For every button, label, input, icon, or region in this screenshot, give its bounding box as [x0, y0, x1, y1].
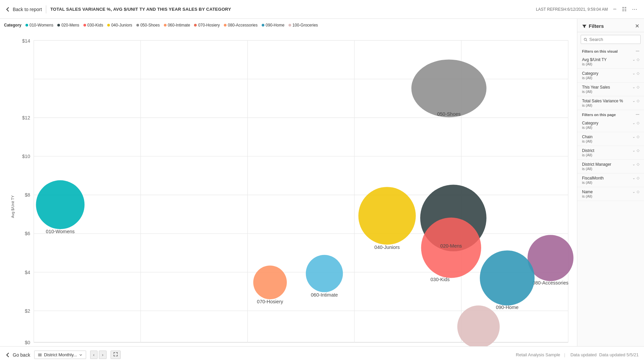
page-section-more[interactable]: ⋯: [636, 113, 639, 117]
bubble-home[interactable]: [480, 250, 534, 305]
more-options-icon[interactable]: ⋯: [631, 5, 639, 14]
legend-label-hosiery: 070-Hosiery: [198, 23, 220, 28]
hamburger-icon: [38, 353, 42, 357]
legend-label-intimate: 060-Intimate: [168, 23, 190, 28]
filter-tsv-clear-icon[interactable]: ◇: [637, 99, 639, 103]
expand-icon: [114, 352, 118, 356]
filter-name-clear-icon[interactable]: ◇: [637, 190, 639, 194]
legend-dot-accessories: [224, 24, 227, 27]
legend-dot-kids: [83, 24, 86, 27]
bubble-shoes[interactable]: [411, 59, 487, 117]
legend-dot-shoes: [136, 24, 139, 27]
filter-district-manager[interactable]: District Manager is (All) ⌄ ◇: [577, 160, 644, 173]
filters-title: Filters: [582, 23, 604, 29]
filters-search-input[interactable]: [589, 37, 638, 42]
filter-avg-unit[interactable]: Avg $/Unit TY is (All) ⌄ ◇: [577, 55, 644, 69]
filter-district-expand-icon[interactable]: ⌄: [632, 148, 635, 153]
filter-dm-clear-icon[interactable]: ◇: [637, 162, 639, 166]
filter-avg-expand-icon[interactable]: ⌄: [632, 57, 635, 62]
legend-item-accessories: 080-Accessories: [224, 23, 258, 28]
chart-legend: Category 010-Womens 020-Mens 030-Kids 04…: [0, 21, 577, 29]
filters-visual-section-label: Filters on this visual ⋯: [577, 47, 644, 55]
chart-area: Category 010-Womens 020-Mens 030-Kids 04…: [0, 19, 577, 346]
go-back-button[interactable]: Go back: [5, 352, 30, 358]
filter-chain-clear-icon[interactable]: ◇: [637, 135, 639, 139]
bubble-label-womens: 010-Womens: [46, 229, 75, 234]
filter-fm-clear-icon[interactable]: ◇: [637, 176, 639, 180]
bubble-juniors[interactable]: [359, 187, 416, 245]
filter-fiscal-month[interactable]: FiscalMonth is (All) ⌄ ◇: [577, 173, 644, 187]
bubble-label-intimate: 060-Intimate: [311, 292, 338, 298]
main-content: Category 010-Womens 020-Mens 030-Kids 04…: [0, 19, 644, 346]
filters-search-box[interactable]: [581, 35, 641, 44]
filter-chain-expand-icon[interactable]: ⌄: [632, 135, 635, 139]
filter-tsv-expand-icon[interactable]: ⌄: [632, 99, 635, 103]
filter-avg-clear-icon[interactable]: ◇: [637, 57, 639, 62]
copy-icon[interactable]: ⎓: [612, 5, 618, 14]
back-to-report-link[interactable]: Back to report: [5, 7, 42, 12]
legend-item-kids: 030-Kids: [83, 23, 103, 28]
legend-item-shoes: 050-Shoes: [136, 23, 160, 28]
legend-item-hosiery: 070-Hosiery: [194, 23, 220, 28]
filter-total-sales-variance[interactable]: Total Sales Variance % is (All) ⌄ ◇: [577, 96, 644, 110]
filter-panel-icon: [582, 24, 587, 29]
filter-tys-expand-icon[interactable]: ⌄: [632, 85, 635, 89]
expand-button[interactable]: [111, 351, 121, 359]
bubble-label-mens: 020-Mens: [440, 243, 462, 249]
bubble-label-juniors: 040-Juniors: [374, 245, 400, 250]
footer-left: Go back District Monthly... ‹ ›: [5, 351, 121, 359]
filters-header: Filters ✕: [577, 19, 644, 32]
chart-title: TOTAL SALES VARIANCE %, AVG $/UNIT TY AN…: [50, 7, 231, 12]
filter-pcat-expand-icon[interactable]: ⌄: [632, 121, 635, 125]
filter-name-expand-icon[interactable]: ⌄: [632, 190, 635, 194]
legend-item-groceries: 100-Groceries: [288, 23, 318, 28]
legend-category-label: Category: [4, 23, 21, 28]
filter-name[interactable]: Name is (All) ⌄ ◇: [577, 187, 644, 201]
nav-prev-button[interactable]: ‹: [90, 351, 98, 359]
search-icon: [584, 38, 587, 42]
dropdown-icon: [79, 353, 82, 357]
svg-text:$8: $8: [25, 192, 30, 198]
filter-icon[interactable]: ☷: [621, 5, 628, 14]
svg-rect-30: [38, 354, 42, 354]
filter-category[interactable]: Category is (All) ⌄ ◇: [577, 69, 644, 83]
filters-close-button[interactable]: ✕: [635, 23, 639, 29]
nav-next-button[interactable]: ›: [99, 351, 106, 359]
footer: Go back District Monthly... ‹ › Retail A…: [0, 346, 644, 363]
visual-section-more[interactable]: ⋯: [636, 49, 639, 54]
header-left: Back to report TOTAL SALES VARIANCE %, A…: [5, 5, 231, 13]
filter-this-year-sales[interactable]: This Year Sales is (All) ⌄ ◇: [577, 83, 644, 96]
filter-district[interactable]: District is (All) ⌄ ◇: [577, 146, 644, 160]
footer-nav: ‹ ›: [90, 351, 107, 359]
bubble-label-hosiery: 070-Hosiery: [257, 299, 283, 304]
legend-label-mens: 020-Mens: [61, 23, 79, 28]
svg-text:$0: $0: [25, 340, 30, 345]
filter-fm-expand-icon[interactable]: ⌄: [632, 176, 635, 180]
filter-dm-expand-icon[interactable]: ⌄: [632, 162, 635, 166]
svg-rect-31: [38, 355, 42, 355]
legend-dot-womens: [25, 24, 28, 27]
bubble-accessories[interactable]: [527, 235, 573, 281]
svg-text:$14: $14: [22, 38, 30, 44]
legend-item-womens: 010-Womens: [25, 23, 53, 28]
legend-label-accessories: 080-Accessories: [228, 23, 258, 28]
bubble-label-accessories: 080-Accessories: [532, 280, 568, 286]
filter-page-category[interactable]: Category is (All) ⌄ ◇: [577, 118, 644, 132]
filter-district-clear-icon[interactable]: ◇: [637, 148, 639, 153]
filter-category-expand-icon[interactable]: ⌄: [632, 71, 635, 75]
filter-tys-clear-icon[interactable]: ◇: [637, 85, 639, 89]
legend-dot-hosiery: [194, 24, 197, 27]
bubble-label-home: 090-Home: [496, 305, 519, 310]
filters-page-section-label: Filters on this page ⋯: [577, 110, 644, 118]
y-axis-label: Avg $/Unit TY: [11, 196, 15, 218]
bubble-groceries[interactable]: [457, 306, 500, 346]
bubble-hosiery[interactable]: [253, 265, 287, 299]
filter-pcat-clear-icon[interactable]: ◇: [637, 121, 639, 125]
go-back-icon: [5, 352, 11, 358]
bubble-womens[interactable]: [36, 180, 84, 229]
filter-category-clear-icon[interactable]: ◇: [637, 71, 639, 75]
footer-tab[interactable]: District Monthly...: [34, 351, 86, 359]
header-right: LAST REFRESH:6/12/2021, 9:59:04 AM ⎓ ☷ ⋯: [536, 5, 639, 14]
filter-chain[interactable]: Chain is (All) ⌄ ◇: [577, 132, 644, 146]
bubble-intimate[interactable]: [306, 255, 343, 292]
